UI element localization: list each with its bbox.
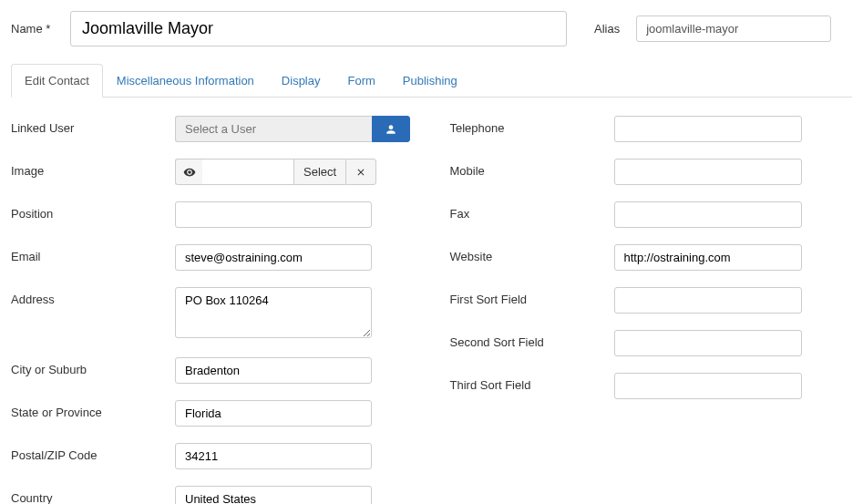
fax-label: Fax (450, 201, 614, 221)
tab-misc-info[interactable]: Miscellaneous Information (103, 64, 268, 98)
postal-label: Postal/ZIP Code (11, 443, 175, 462)
name-input[interactable] (70, 11, 567, 46)
website-input[interactable] (614, 244, 802, 271)
tab-edit-contact[interactable]: Edit Contact (11, 64, 103, 98)
third-sort-label: Third Sort Field (450, 373, 614, 392)
second-sort-input[interactable] (614, 330, 802, 356)
name-label: Name * (11, 22, 61, 36)
image-path-input[interactable] (202, 159, 293, 185)
email-input[interactable] (175, 244, 372, 271)
position-input[interactable] (175, 201, 372, 228)
second-sort-label: Second Sort Field (450, 330, 614, 349)
address-label: Address (11, 287, 175, 306)
state-label: State or Province (11, 400, 175, 419)
telephone-label: Telephone (450, 116, 614, 135)
third-sort-input[interactable] (614, 373, 802, 399)
mobile-label: Mobile (450, 159, 614, 178)
tab-bar: Edit Contact Miscellaneous Information D… (11, 63, 852, 98)
image-select-button[interactable]: Select (293, 159, 345, 185)
mobile-input[interactable] (614, 159, 802, 185)
city-input[interactable] (175, 357, 372, 384)
select-user-button[interactable] (372, 116, 410, 142)
address-textarea[interactable] (175, 287, 372, 338)
country-label: Country (11, 486, 175, 504)
first-sort-label: First Sort Field (450, 287, 614, 306)
title-row: Name * Alias (11, 11, 852, 46)
fax-input[interactable] (614, 201, 802, 228)
image-preview-button[interactable] (175, 159, 202, 185)
alias-label: Alias (594, 22, 620, 36)
linked-user-label: Linked User (11, 116, 175, 135)
user-icon (385, 123, 397, 136)
tab-publishing[interactable]: Publishing (389, 64, 471, 98)
email-label: Email (11, 244, 175, 263)
postal-input[interactable] (175, 443, 372, 469)
close-icon (355, 167, 366, 178)
image-clear-button[interactable] (345, 159, 376, 185)
tab-display[interactable]: Display (268, 64, 334, 98)
image-label: Image (11, 159, 175, 178)
website-label: Website (450, 244, 614, 263)
eye-icon (183, 166, 196, 179)
first-sort-input[interactable] (614, 287, 802, 314)
alias-input[interactable] (636, 15, 831, 42)
country-input[interactable] (175, 486, 372, 504)
telephone-input[interactable] (614, 116, 802, 142)
state-input[interactable] (175, 400, 372, 427)
position-label: Position (11, 201, 175, 221)
linked-user-input[interactable] (175, 116, 372, 142)
tab-form[interactable]: Form (334, 64, 388, 98)
city-label: City or Suburb (11, 357, 175, 376)
